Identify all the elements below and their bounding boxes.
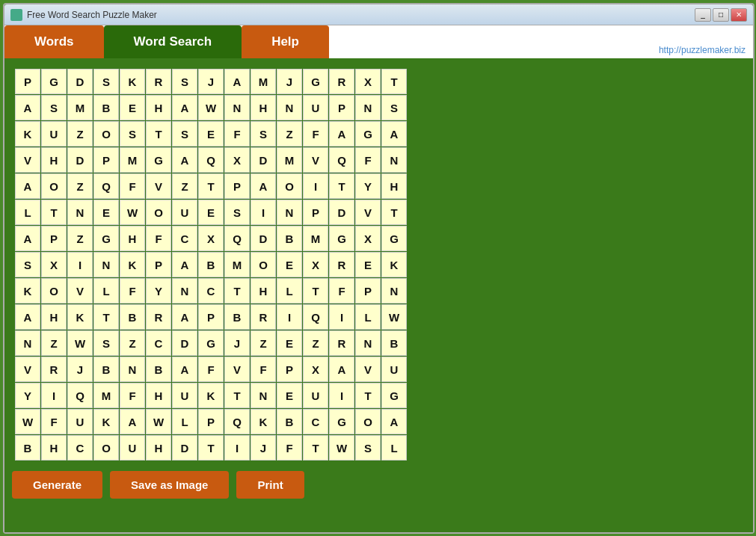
grid-cell: V — [355, 357, 381, 382]
grid-cell: T — [93, 304, 119, 330]
grid-cell: G — [329, 226, 354, 251]
grid-cell: O — [355, 409, 381, 434]
tab-help[interactable]: Help — [242, 25, 329, 58]
save-as-image-button[interactable]: Save as Image — [110, 471, 229, 499]
grid-cell: G — [41, 69, 67, 94]
grid-cell: M — [251, 69, 276, 94]
grid-cell: N — [355, 95, 381, 120]
grid-cell: I — [329, 304, 354, 330]
grid-cell: L — [381, 435, 407, 460]
grid-cell: S — [381, 95, 407, 120]
grid-cell: B — [93, 95, 119, 120]
grid-cell: Q — [198, 147, 224, 173]
grid-cell: S — [120, 121, 145, 147]
puzzle-maker-link[interactable]: http://puzzlemaker.biz — [659, 45, 746, 55]
grid-cell: L — [355, 304, 381, 330]
grid-cell: O — [93, 435, 119, 460]
grid-cell: D — [172, 330, 197, 356]
puzzle-grid: PGDSKRSJAMJGRXTASMBEHAWNHNUPNSKUZOSTSEFS… — [15, 69, 743, 460]
generate-button[interactable]: Generate — [12, 471, 102, 499]
bottom-bar: Generate Save as Image Print — [12, 463, 746, 499]
grid-cell: D — [251, 226, 276, 251]
grid-cell: R — [329, 69, 354, 94]
grid-cell: M — [277, 147, 302, 173]
grid-cell: W — [120, 200, 145, 225]
grid-cell: F — [198, 357, 224, 382]
grid-cell: F — [355, 147, 381, 173]
grid-cell: B — [146, 357, 171, 382]
grid-cell: P — [224, 173, 250, 199]
grid-cell: M — [93, 383, 119, 408]
grid-cell: R — [146, 304, 171, 330]
grid-cell: C — [198, 278, 224, 304]
grid-cell: U — [381, 357, 407, 382]
grid-cell: X — [198, 226, 224, 251]
print-button[interactable]: Print — [236, 471, 304, 499]
minimize-button[interactable]: _ — [695, 8, 711, 22]
grid-cell: E — [93, 200, 119, 225]
grid-cell: A — [172, 95, 197, 120]
grid-cell: E — [277, 252, 302, 277]
grid-cell: B — [120, 304, 145, 330]
grid-cell: O — [41, 173, 67, 199]
grid-cell: H — [146, 95, 171, 120]
grid-cell: A — [172, 147, 197, 173]
grid-cell: O — [93, 121, 119, 147]
window-controls: _ □ ✕ — [695, 8, 747, 22]
grid-cell: S — [15, 252, 40, 277]
close-button[interactable]: ✕ — [731, 8, 747, 22]
grid-cell: C — [67, 435, 93, 460]
grid-cell: X — [303, 252, 328, 277]
grid-cell: K — [251, 409, 276, 434]
grid-cell: W — [15, 409, 40, 434]
grid-cell: S — [224, 200, 250, 225]
tab-words[interactable]: Words — [4, 25, 104, 58]
grid-cell: U — [67, 409, 93, 434]
grid-cell: G — [355, 121, 381, 147]
grid-cell: P — [329, 95, 354, 120]
grid-cell: A — [15, 226, 40, 251]
grid-cell: N — [355, 330, 381, 356]
main-area: Words Word Search Help http://puzzlemake… — [4, 25, 753, 532]
grid-cell: T — [329, 173, 354, 199]
grid-cell: A — [381, 121, 407, 147]
grid-cell: X — [355, 226, 381, 251]
grid-cell: E — [277, 330, 302, 356]
grid-cell: V — [355, 200, 381, 225]
grid-cell: E — [198, 200, 224, 225]
grid-cell: N — [251, 383, 276, 408]
tab-word-search[interactable]: Word Search — [104, 25, 242, 58]
grid-cell: V — [15, 147, 40, 173]
grid-cell: F — [120, 278, 145, 304]
grid-cell: P — [198, 409, 224, 434]
grid-cell: B — [93, 357, 119, 382]
grid-cell: T — [224, 278, 250, 304]
puzzle-grid-container: PGDSKRSJAMJGRXTASMBEHAWNHNUPNSKUZOSTSEFS… — [12, 66, 746, 463]
maximize-button[interactable]: □ — [713, 8, 729, 22]
grid-cell: Z — [67, 121, 93, 147]
grid-cell: P — [41, 226, 67, 251]
grid-cell: Q — [93, 173, 119, 199]
grid-cell: I — [303, 173, 328, 199]
grid-cell: M — [303, 226, 328, 251]
grid-cell: P — [15, 69, 40, 94]
grid-cell: S — [251, 121, 276, 147]
grid-cell: F — [277, 435, 302, 460]
grid-cell: N — [120, 357, 145, 382]
grid-cell: U — [303, 95, 328, 120]
grid-cell: K — [15, 121, 40, 147]
grid-cell: R — [146, 69, 171, 94]
grid-cell: A — [381, 409, 407, 434]
grid-cell: A — [172, 304, 197, 330]
window-title: Free Word Search Puzzle Maker — [27, 10, 695, 20]
grid-cell: J — [251, 435, 276, 460]
grid-cell: T — [224, 383, 250, 408]
grid-cell: V — [303, 147, 328, 173]
grid-cell: P — [355, 278, 381, 304]
grid-cell: S — [355, 435, 381, 460]
grid-cell: J — [277, 69, 302, 94]
grid-cell: H — [120, 226, 145, 251]
grid-cell: C — [172, 226, 197, 251]
grid-cell: Q — [224, 409, 250, 434]
grid-cell: V — [224, 357, 250, 382]
